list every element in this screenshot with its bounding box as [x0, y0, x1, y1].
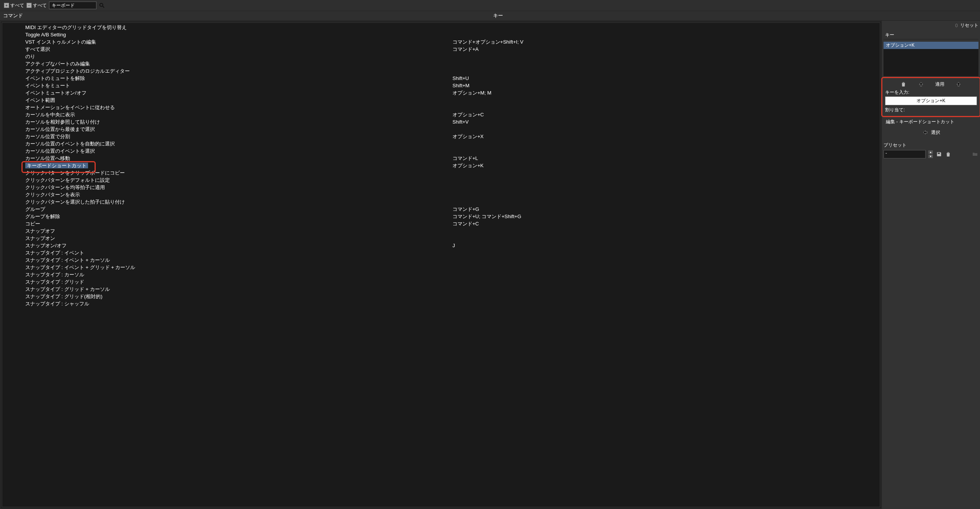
command-name: カーソルを中央に表示: [25, 112, 75, 117]
command-name: カーソル位置で分割: [25, 134, 70, 139]
save-preset-icon[interactable]: [936, 151, 942, 158]
preset-stepper[interactable]: ▲ ▼: [928, 150, 933, 158]
preset-block: プリセット - ▲ ▼: [884, 140, 978, 160]
command-row[interactable]: スナップオフ: [2, 227, 880, 235]
command-name: カーソル位置へ移動: [25, 155, 70, 161]
command-row[interactable]: スナップタイプ : グリッド: [2, 278, 880, 285]
command-row[interactable]: クリックパターンをクリップボードにコピー: [2, 169, 880, 176]
command-key: Shift+V: [452, 119, 880, 126]
command-row[interactable]: すべて選択コマンド+A: [2, 46, 880, 53]
reset-button[interactable]: リセット: [960, 22, 978, 29]
command-row[interactable]: スナップタイプ : グリッド(相対的): [2, 293, 880, 300]
command-name: スナップタイプ : イベント + カーソル: [25, 257, 110, 263]
column-header-command[interactable]: コマンド: [0, 11, 490, 20]
command-key: コマンド+L: [452, 155, 880, 162]
command-row[interactable]: Toggle A/B Setting: [2, 31, 880, 38]
search-icon[interactable]: [99, 2, 105, 8]
command-key: [452, 293, 880, 300]
minus-icon: −: [26, 3, 32, 8]
command-row[interactable]: スナップオン/オフJ: [2, 242, 880, 249]
command-key: [452, 235, 880, 242]
command-row[interactable]: カーソルを相対参照して貼り付けShift+V: [2, 118, 880, 126]
command-key: [452, 170, 880, 176]
column-header-key[interactable]: キー: [490, 11, 980, 20]
command-name: スナップタイプ : グリッド + カーソル: [25, 286, 110, 292]
trash-icon[interactable]: [900, 81, 907, 88]
command-row[interactable]: キーボードショートカットオプション+K: [2, 162, 880, 169]
svg-line-1: [103, 6, 104, 8]
command-key: Shift+U: [452, 75, 880, 82]
command-row[interactable]: オートメーションをイベントに従わせる: [2, 104, 880, 111]
command-row[interactable]: クリックパターンを表示: [2, 191, 880, 198]
command-name: グループを解除: [25, 214, 60, 219]
command-row[interactable]: VST インストゥルメントの編集コマンド+オプション+Shift+I; V: [2, 38, 880, 46]
command-row[interactable]: カーソル位置で分割オプション+X: [2, 133, 880, 140]
command-row[interactable]: クリックパターンを均等拍子に適用: [2, 184, 880, 191]
command-row[interactable]: アクティブなパートのみ編集: [2, 60, 880, 67]
command-row[interactable]: イベントミュートオン/オフオプション+M; M: [2, 89, 880, 96]
command-name: すべて選択: [25, 46, 50, 52]
command-name: スナップタイプ : シャッフル: [25, 301, 89, 307]
command-row[interactable]: イベントのミュートを解除Shift+U: [2, 75, 880, 82]
command-name: Toggle A/B Setting: [25, 32, 66, 38]
command-key: [452, 31, 880, 38]
command-key: [452, 177, 880, 184]
command-key: [452, 97, 880, 104]
command-row[interactable]: スナップタイプ : カーソル: [2, 271, 880, 278]
command-row[interactable]: スナップタイプ : シャッフル: [2, 300, 880, 307]
up-arrow-icon[interactable]: [918, 81, 924, 88]
command-list-pane: MIDI エディターのグリッドタイプを切り替えToggle A/B Settin…: [1, 21, 881, 508]
command-name: スナップオフ: [25, 228, 55, 234]
command-row[interactable]: MIDI エディターのグリッドタイプを切り替え: [2, 24, 880, 31]
up-arrow-icon-2[interactable]: [955, 81, 962, 88]
command-row[interactable]: アクティブプロジェクトのロジカルエディター: [2, 67, 880, 75]
command-row[interactable]: イベントをミュートShift+M: [2, 82, 880, 89]
command-row[interactable]: カーソル位置のイベントを自動的に選択: [2, 140, 880, 147]
command-key: コマンド+A: [452, 46, 880, 53]
command-name: カーソル位置のイベントを選択: [25, 148, 95, 154]
command-row[interactable]: スナップタイプ : イベント + グリッド + カーソル: [2, 264, 880, 271]
command-row[interactable]: イベント範囲: [2, 96, 880, 104]
dim-indicator: 0: [955, 23, 958, 28]
key-input-field[interactable]: オプション+K: [885, 96, 977, 105]
command-row[interactable]: スナップタイプ : イベント + カーソル: [2, 256, 880, 264]
expand-all-button[interactable]: + すべて: [4, 2, 24, 9]
delete-preset-icon[interactable]: [945, 151, 952, 158]
assigned-key-item[interactable]: オプション+K: [884, 42, 978, 49]
command-row[interactable]: スナップオン: [2, 235, 880, 242]
command-name: スナップタイプ : グリッド(相対的): [25, 294, 103, 299]
collapse-all-label: すべて: [33, 2, 47, 9]
assign-label: 割り当て:: [885, 107, 977, 113]
command-row[interactable]: カーソル位置から最後まで選択: [2, 126, 880, 133]
command-row[interactable]: カーソル位置へ移動コマンド+L: [2, 155, 880, 162]
command-row[interactable]: クリックパターンをデフォルトに設定: [2, 176, 880, 184]
command-row[interactable]: グループを解除コマンド+U; コマンド+Shift+G: [2, 213, 880, 220]
folder-icon[interactable]: [972, 151, 978, 158]
collapse-all-button[interactable]: − すべて: [26, 2, 47, 9]
left-arrow-icon[interactable]: [922, 129, 929, 136]
command-row[interactable]: カーソルを中央に表示オプション+C: [2, 111, 880, 118]
command-row[interactable]: のり: [2, 53, 880, 60]
command-list-scroll[interactable]: MIDI エディターのグリッドタイプを切り替えToggle A/B Settin…: [2, 23, 880, 507]
command-key: [452, 191, 880, 198]
preset-select[interactable]: -: [884, 150, 926, 158]
select-label[interactable]: 選択: [931, 129, 940, 136]
command-key: [452, 60, 880, 67]
command-row[interactable]: グループコマンド+G: [2, 206, 880, 213]
command-row[interactable]: スナップタイプ : イベント: [2, 249, 880, 256]
command-row[interactable]: スナップタイプ : グリッド + カーソル: [2, 285, 880, 293]
command-row[interactable]: クリックパターンを選択した拍子に貼り付け: [2, 198, 880, 206]
stepper-down-icon[interactable]: ▼: [928, 154, 933, 158]
command-name: イベント範囲: [25, 97, 55, 103]
stepper-up-icon[interactable]: ▲: [928, 150, 933, 154]
command-key: Shift+M: [452, 82, 880, 89]
command-key: [452, 199, 880, 206]
command-name: スナップタイプ : グリッド: [25, 279, 84, 285]
search-input[interactable]: [49, 2, 96, 9]
command-row[interactable]: カーソル位置のイベントを選択: [2, 147, 880, 155]
command-row[interactable]: コピーコマンド+C: [2, 220, 880, 227]
column-headers: コマンド キー: [0, 11, 980, 21]
apply-label[interactable]: 適用: [935, 81, 944, 88]
side-key-list[interactable]: オプション+K: [884, 42, 978, 76]
command-name: クリックパターンを表示: [25, 192, 80, 197]
